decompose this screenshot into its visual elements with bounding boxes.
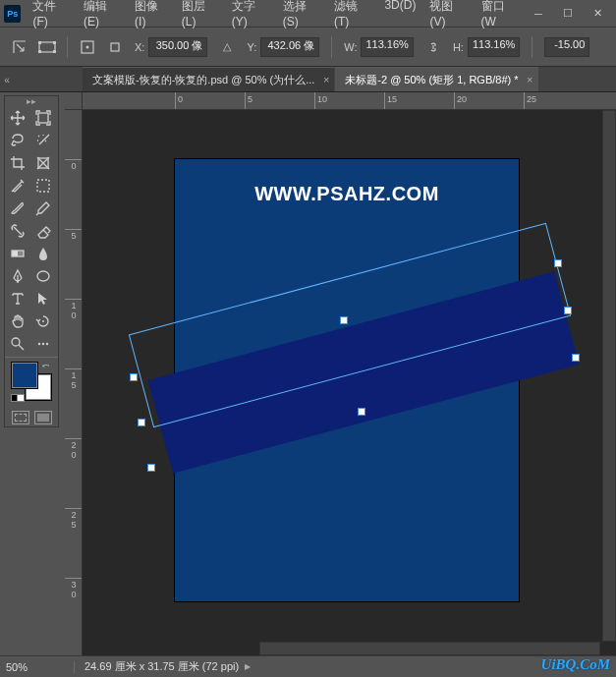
angle-field[interactable]: -15.00 (544, 37, 589, 57)
maximize-button[interactable]: ☐ (553, 3, 583, 25)
brush-tool[interactable] (5, 197, 30, 219)
menu-select[interactable]: 选择(S) (277, 0, 326, 31)
document-tabs: 文案模版-恢复的-恢复的.psd @ 50% (为什么... × 未标题-2 @… (0, 67, 616, 92)
minimize-button[interactable]: ─ (524, 3, 553, 25)
blur-tool[interactable] (30, 242, 56, 264)
magic-wand-tool[interactable] (30, 129, 56, 151)
pen-tool[interactable] (5, 264, 30, 287)
menu-file[interactable]: 文件(F) (27, 0, 76, 31)
reference-point-icon[interactable] (76, 35, 99, 59)
y-position-group: Y: 432.06 像 (243, 37, 323, 57)
transform-handle-bl[interactable] (147, 464, 155, 472)
rotate-view-tool[interactable] (30, 310, 56, 332)
menu-window[interactable]: 窗口(W (476, 0, 525, 31)
move-tool[interactable] (5, 106, 30, 129)
svg-rect-3 (38, 50, 41, 53)
link-aspect-icon[interactable] (421, 35, 445, 59)
info-flyout-icon[interactable]: ▶ (245, 662, 251, 671)
main-menu: 文件(F) 编辑(E) 图像(I) 图层(L) 文字(Y) 选择(S) 滤镜(T… (27, 0, 524, 31)
menu-3d[interactable]: 3D(D) (378, 0, 421, 31)
delta-icon[interactable]: △ (215, 35, 239, 59)
document-tab-1[interactable]: 文案模版-恢复的-恢复的.psd @ 50% (为什么... × (83, 67, 334, 91)
menu-filter[interactable]: 滤镜(T) (328, 0, 377, 31)
menu-image[interactable]: 图像(I) (129, 0, 174, 31)
x-position-group: X: 350.00 像 (131, 37, 211, 57)
tool-panel-grip[interactable]: ▸▸ (5, 96, 58, 106)
transform-controls-icon[interactable] (35, 35, 59, 59)
h-tick: 20 (454, 92, 467, 110)
crop-tool[interactable] (5, 151, 30, 174)
close-button[interactable]: ✕ (583, 3, 612, 25)
document-tab-2[interactable]: 未标题-2 @ 50% (矩形 1, RGB/8#) * × (335, 67, 537, 91)
foreground-color-swatch[interactable] (11, 362, 38, 389)
pencil-tool[interactable] (30, 197, 56, 219)
relative-position-icon[interactable] (103, 35, 127, 59)
svg-point-6 (86, 45, 89, 48)
shape-tool[interactable] (30, 264, 56, 287)
default-colors-icon[interactable] (11, 388, 25, 406)
h-tick: 10 (314, 92, 327, 110)
eyedropper-tool[interactable] (5, 174, 30, 197)
w-label: W: (344, 41, 357, 53)
svg-rect-7 (111, 43, 119, 51)
healing-brush-tool[interactable] (5, 219, 30, 242)
move-tool-preset-icon[interactable] (8, 35, 31, 59)
type-tool[interactable] (5, 287, 30, 310)
v-tick: 20 (65, 438, 83, 460)
tab-1-close-icon[interactable]: × (323, 74, 329, 85)
tab-1-label: 文案模版-恢复的-恢复的.psd @ 50% (为什么... (92, 73, 314, 87)
transform-handle-tc[interactable] (340, 316, 348, 324)
standard-mode-icon[interactable] (12, 411, 29, 424)
gradient-tool[interactable] (5, 242, 30, 264)
x-field[interactable]: 350.00 像 (148, 37, 207, 57)
quick-mask-mode-icon[interactable] (34, 411, 52, 424)
h-field[interactable]: 113.16% (468, 37, 520, 57)
y-field[interactable]: 432.06 像 (260, 37, 319, 57)
v-tick: 30 (65, 578, 83, 599)
y-label: Y: (247, 41, 256, 53)
document-info[interactable]: 24.69 厘米 x 31.75 厘米 (72 ppi) ▶ (75, 659, 260, 674)
horizontal-ruler[interactable]: 0 5 10 15 20 25 (83, 92, 616, 110)
marquee-tool[interactable] (30, 174, 56, 197)
canvas-viewport[interactable]: WWW.PSAHZ.COM (83, 110, 616, 655)
window-controls: ─ ☐ ✕ (524, 3, 612, 25)
path-selection-tool[interactable] (30, 287, 56, 310)
watermark-text: UiBQ.CoM (541, 656, 610, 673)
w-field[interactable]: 113.16% (361, 37, 413, 57)
zoom-tool[interactable] (5, 332, 30, 355)
slice-tool[interactable] (30, 151, 56, 174)
artboard-tool[interactable] (30, 106, 56, 129)
eraser-tool[interactable] (30, 219, 56, 242)
svg-rect-4 (53, 50, 56, 53)
transform-handle-tr[interactable] (554, 259, 562, 267)
angle-group: -15.00 (540, 37, 593, 57)
v-tick: 10 (65, 299, 83, 320)
vertical-scrollbar[interactable] (602, 110, 616, 642)
tab-2-close-icon[interactable]: × (527, 74, 532, 85)
menu-type[interactable]: 文字(Y) (226, 0, 275, 31)
svg-point-17 (38, 342, 40, 344)
v-tick: 0 (65, 159, 83, 171)
transform-handle-br[interactable] (572, 354, 580, 362)
svg-point-18 (42, 342, 44, 344)
swap-colors-icon[interactable]: ⤺ (42, 361, 50, 370)
transform-handle-ml[interactable] (138, 419, 145, 426)
vertical-ruler[interactable]: 0 5 10 15 20 25 30 (65, 110, 83, 655)
hand-tool[interactable] (5, 310, 30, 332)
svg-point-14 (37, 271, 49, 281)
document-dimensions: 24.69 厘米 x 31.75 厘米 (72 ppi) (84, 659, 239, 674)
menu-layer[interactable]: 图层(L) (176, 0, 224, 31)
ruler-origin[interactable] (65, 92, 83, 110)
transform-handle-bc[interactable] (358, 408, 365, 416)
transform-handle-mr[interactable] (564, 307, 572, 314)
svg-rect-8 (38, 113, 48, 123)
lasso-tool[interactable] (5, 129, 30, 151)
panel-collapse-toggle[interactable]: « (0, 68, 14, 91)
title-bar: Ps 文件(F) 编辑(E) 图像(I) 图层(L) 文字(Y) 选择(S) 滤… (0, 0, 616, 28)
horizontal-scrollbar[interactable] (259, 642, 600, 655)
menu-edit[interactable]: 编辑(E) (78, 0, 127, 31)
menu-view[interactable]: 视图(V) (423, 0, 473, 31)
zoom-level-field[interactable]: 50% (0, 661, 75, 673)
edit-toolbar[interactable] (30, 332, 56, 355)
transform-handle-tl[interactable] (130, 373, 138, 381)
